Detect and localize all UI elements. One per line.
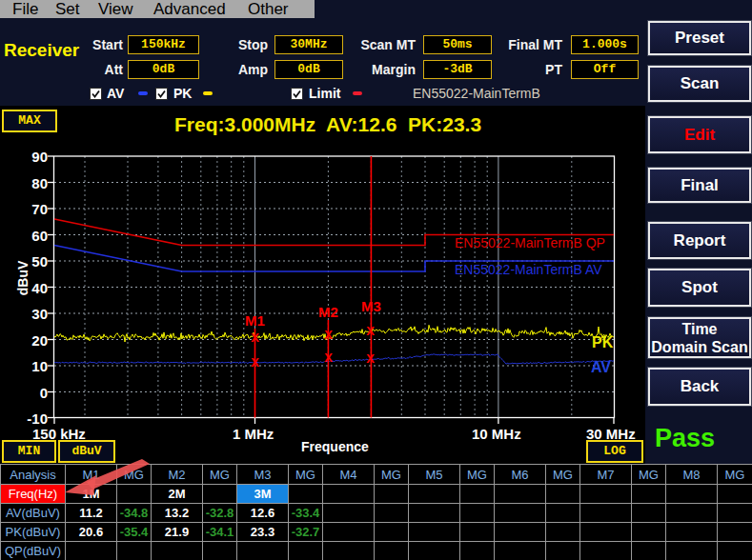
svg-text:X: X bbox=[324, 328, 333, 342]
svg-text:X: X bbox=[366, 351, 375, 366]
svg-text:X: X bbox=[324, 350, 333, 365]
svg-text:X: X bbox=[251, 330, 259, 345]
svg-text:AV: AV bbox=[591, 359, 611, 375]
svg-text:EN55022-MainTermB AV: EN55022-MainTermB AV bbox=[455, 262, 602, 277]
svg-text:X: X bbox=[366, 324, 375, 338]
svg-text:X: X bbox=[251, 355, 259, 370]
svg-text:M3: M3 bbox=[361, 298, 381, 314]
svg-text:PK: PK bbox=[592, 334, 614, 350]
svg-text:M1: M1 bbox=[245, 312, 265, 329]
svg-text:M2: M2 bbox=[318, 304, 338, 320]
svg-text:EN55022-MainTermB QP: EN55022-MainTermB QP bbox=[455, 235, 605, 250]
